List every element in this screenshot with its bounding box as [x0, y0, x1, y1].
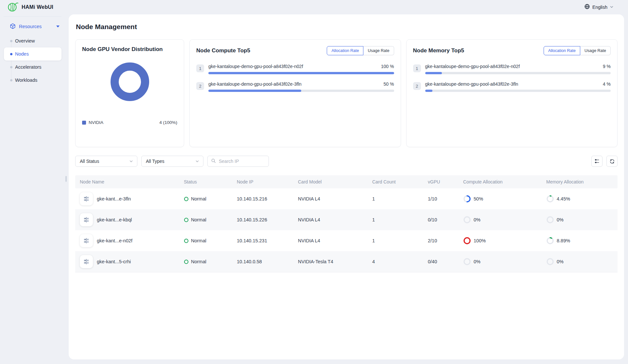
chevron-down-icon [129, 159, 133, 163]
node-icon [80, 192, 93, 205]
progress-ring [463, 195, 471, 203]
page-title: Node Management [76, 23, 618, 31]
progress-bar [208, 90, 394, 92]
search-ip-input[interactable] [218, 158, 265, 164]
refresh-button[interactable] [606, 156, 618, 167]
compute-percent-label: 50% [474, 196, 483, 201]
app-title: HAMi WebUI [22, 4, 53, 10]
column-header: Memory Allocation [546, 179, 618, 184]
progress-ring [463, 216, 471, 224]
progress-ring [546, 195, 554, 203]
vendor-donut-chart [111, 62, 149, 101]
compute-allocation: 0% [463, 258, 546, 266]
progress-ring [546, 216, 554, 224]
memory-percent-label: 0% [557, 259, 564, 264]
progress-ring [463, 258, 471, 266]
rank-badge: 2 [196, 82, 204, 90]
rank-badge: 1 [196, 64, 204, 72]
node-name: gke-kantaloupe-demo-gpu-pool-a843f02e-n0… [425, 64, 520, 69]
table-row[interactable]: gke-kant...e-kbql Normal 10.140.15.226 N… [75, 209, 618, 230]
top5-item: 1 gke-kantaloupe-demo-gpu-pool-a843f02e-… [413, 64, 611, 74]
main-panel: Node Management Node GPU Vendor Distribu… [69, 14, 624, 359]
top5-item: 2 gke-kantaloupe-demo-gpu-pool-a843f02e-… [413, 81, 611, 92]
node-name: gke-kantaloupe-demo-gpu-pool-a843f02e-3f… [208, 81, 302, 87]
sidebar-item-overview[interactable]: Overview [4, 34, 61, 47]
vendor-legend: NVIDIA 4 (100%) [82, 120, 177, 125]
server-icon [83, 195, 90, 202]
allocation-rate-button[interactable]: Allocation Rate [327, 46, 363, 55]
item-dot-icon [10, 79, 12, 81]
top5-item: 2 gke-kantaloupe-demo-gpu-pool-a843f02e-… [196, 81, 394, 92]
memory-allocation: 0% [546, 216, 618, 224]
server-icon [83, 258, 90, 265]
type-filter-select[interactable]: All Types [141, 156, 203, 167]
item-dot-icon [10, 66, 12, 68]
sidebar-item-label: Overview [15, 38, 35, 43]
type-filter-value: All Types [146, 159, 165, 164]
legend-label: NVIDIA [89, 120, 103, 125]
top5-item: 1 gke-kantaloupe-demo-gpu-pool-a843f02e-… [196, 64, 394, 74]
status-label: Normal [191, 259, 206, 264]
sidebar-section-resources[interactable]: Resources [0, 21, 69, 32]
card-model: NVIDIA L4 [298, 196, 372, 201]
table-row[interactable]: gke-kant...e-n02f Normal 10.140.15.231 N… [75, 230, 618, 251]
card-count: 4 [372, 259, 428, 264]
percent-label: 100 % [381, 64, 394, 69]
memory-allocation: 4.45% [546, 195, 618, 203]
column-header: vGPU [428, 179, 463, 184]
chevron-down-icon [610, 4, 614, 10]
progress-ring [546, 237, 554, 245]
sidebar-resize-handle[interactable] [65, 176, 67, 182]
node-ip: 10.140.15.231 [237, 238, 298, 243]
legend-value: 4 (100%) [159, 120, 177, 125]
status-label: Normal [191, 217, 206, 222]
compute-percent-label: 0% [474, 259, 480, 264]
legend-swatch [82, 121, 86, 125]
node-name: gke-kant...e-n02f [97, 238, 132, 243]
compute-allocation: 50% [463, 195, 546, 203]
usage-rate-button[interactable]: Usage Rate [363, 46, 394, 55]
item-dot-icon [10, 53, 12, 55]
progress-ring [546, 258, 554, 266]
node-name: gke-kantaloupe-demo-gpu-pool-a843f02e-3f… [425, 81, 518, 87]
status-filter-select[interactable]: All Status [75, 156, 137, 167]
vgpu-value: 0/40 [428, 259, 463, 264]
allocation-rate-button[interactable]: Allocation Rate [544, 46, 580, 55]
rate-toggle: Allocation RateUsage Rate [327, 46, 394, 55]
node-name: gke-kantaloupe-demo-gpu-pool-a843f02e-n0… [208, 64, 303, 69]
node-icon [80, 213, 93, 226]
card-title: Node Compute Top5 [196, 47, 250, 54]
server-icon [83, 237, 90, 244]
sidebar: Resources Overview Nodes Accelerators Wo… [0, 14, 69, 364]
progress-bar [425, 72, 611, 74]
table-row[interactable]: gke-kant...e-3fln Normal 10.140.15.216 N… [75, 188, 618, 209]
status-ok-icon [184, 217, 188, 222]
language-selector[interactable]: English [584, 4, 614, 11]
sidebar-item-nodes[interactable]: Nodes [4, 47, 61, 61]
sidebar-item-accelerators[interactable]: Accelerators [4, 61, 61, 74]
percent-label: 50 % [384, 81, 394, 87]
progress-ring [463, 237, 471, 245]
globe-icon [584, 4, 590, 11]
sidebar-item-label: Nodes [15, 51, 29, 57]
table-row[interactable]: gke-kant...5-crhi Normal 10.140.0.58 NVI… [75, 251, 618, 272]
summary-cards: Node GPU Vendor Distribution NVIDIA 4 (1… [75, 39, 618, 147]
compute-percent-label: 0% [474, 217, 480, 222]
filter-bar: All Status All Types [75, 156, 618, 167]
columns-settings-button[interactable] [591, 156, 602, 167]
usage-rate-button[interactable]: Usage Rate [580, 46, 611, 55]
status-ok-icon [184, 259, 188, 264]
top5-list: 1 gke-kantaloupe-demo-gpu-pool-a843f02e-… [196, 64, 394, 92]
node-icon [80, 255, 93, 268]
vgpu-value: 0/10 [428, 217, 463, 222]
percent-label: 9 % [603, 64, 611, 69]
vgpu-value: 1/10 [428, 196, 463, 201]
sidebar-item-workloads[interactable]: Workloads [4, 74, 61, 87]
memory-percent-label: 0% [557, 217, 564, 222]
language-label: English [592, 5, 607, 10]
status-label: Normal [191, 238, 206, 243]
sidebar-divider [4, 16, 61, 17]
card-model: NVIDIA L4 [298, 217, 372, 222]
compute-percent-label: 100% [474, 238, 486, 243]
top5-list: 1 gke-kantaloupe-demo-gpu-pool-a843f02e-… [413, 64, 611, 92]
